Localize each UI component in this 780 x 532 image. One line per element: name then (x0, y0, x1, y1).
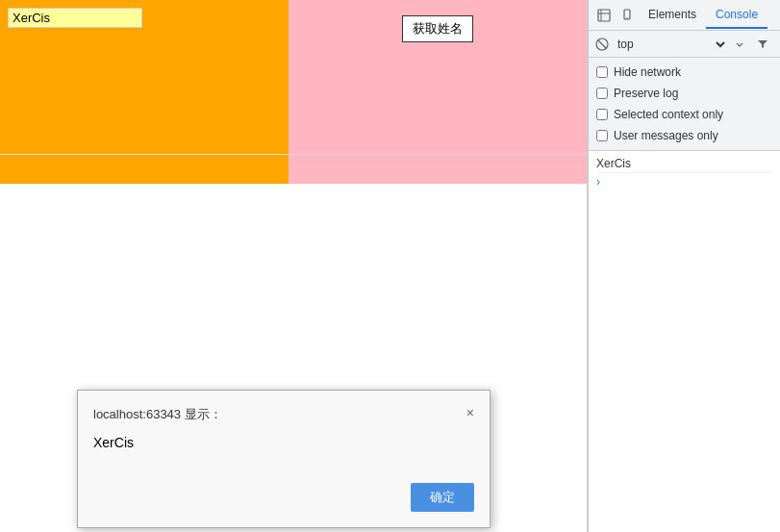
option-preserve-log: Preserve log (589, 83, 780, 104)
svg-rect-0 (598, 10, 610, 21)
name-input[interactable] (8, 8, 142, 28)
devtools-toolbar: top (589, 31, 780, 58)
alert-footer: 确定 (93, 483, 474, 512)
context-select[interactable]: top (614, 37, 728, 52)
orange-bottom-strip (0, 155, 289, 184)
alert-close-button[interactable]: × (466, 406, 474, 419)
pink-box: 获取姓名 (289, 0, 587, 154)
mobile-icon[interactable] (616, 4, 639, 27)
log-expand-arrow[interactable]: › (596, 173, 772, 190)
hide-network-checkbox[interactable] (596, 66, 608, 78)
main-content: 获取姓名 localhost:63343 显示： × XerCis 确定 (0, 0, 588, 532)
second-row (0, 154, 587, 183)
user-messages-checkbox[interactable] (596, 130, 608, 141)
alert-title: localhost:63343 显示： (93, 406, 222, 423)
pink-bottom-strip (289, 155, 587, 184)
selected-context-label: Selected context only (614, 108, 723, 121)
top-section: 获取姓名 (0, 0, 587, 154)
log-entry-xercis: XerCis (596, 155, 772, 173)
block-icon[interactable] (594, 37, 610, 52)
option-selected-context: Selected context only (589, 104, 780, 125)
tab-console[interactable]: Console (706, 2, 767, 29)
user-messages-label: User messages only (614, 129, 718, 142)
option-hide-network: Hide network (589, 62, 780, 83)
devtools-tabs: Elements Console (589, 0, 780, 31)
preserve-log-checkbox[interactable] (596, 88, 608, 99)
chevron-down-icon[interactable] (728, 33, 751, 56)
filter-icon[interactable] (751, 33, 774, 56)
tab-elements[interactable]: Elements (639, 2, 706, 29)
alert-header: localhost:63343 显示： × (93, 406, 474, 423)
svg-point-4 (626, 17, 628, 19)
selected-context-checkbox[interactable] (596, 109, 608, 120)
alert-ok-button[interactable]: 确定 (411, 483, 474, 512)
hide-network-label: Hide network (614, 65, 681, 79)
preserve-log-label: Preserve log (614, 87, 678, 100)
alert-message: XerCis (93, 435, 474, 464)
devtools-log: XerCis › (589, 151, 780, 532)
orange-box (0, 0, 289, 154)
svg-line-6 (598, 39, 607, 48)
devtools-panel: Elements Console top Hide network (588, 0, 780, 532)
inspect-icon[interactable] (592, 4, 616, 27)
get-name-button[interactable]: 获取姓名 (402, 15, 473, 42)
alert-dialog: localhost:63343 显示： × XerCis 确定 (77, 390, 491, 528)
devtools-options: Hide network Preserve log Selected conte… (589, 58, 780, 151)
option-user-messages: User messages only (589, 125, 780, 146)
